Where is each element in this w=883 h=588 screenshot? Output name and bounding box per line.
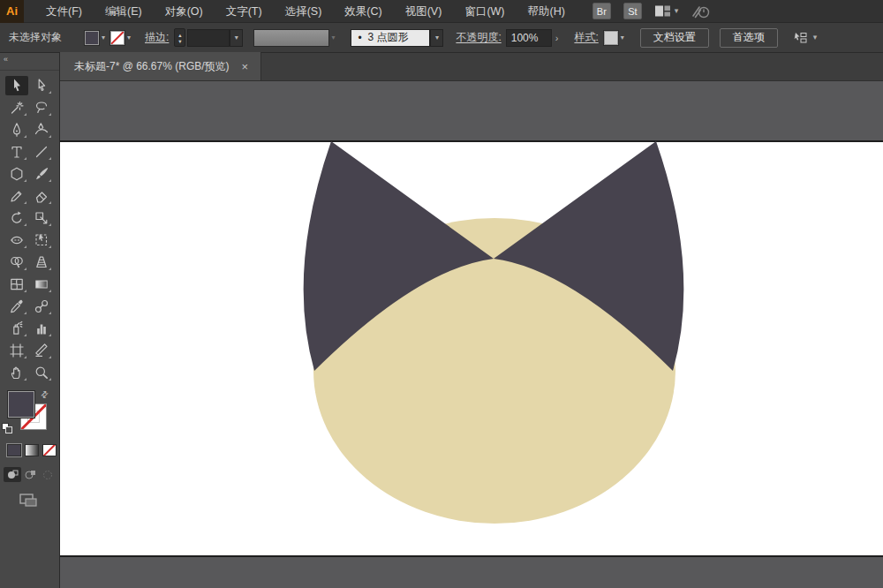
change-screen-mode-button[interactable] xyxy=(18,492,41,513)
close-icon[interactable]: × xyxy=(242,61,249,72)
bridge-button[interactable]: Br xyxy=(592,3,611,19)
type-icon xyxy=(9,144,25,160)
tool-type[interactable] xyxy=(5,142,28,162)
tool-direct-selection[interactable] xyxy=(30,76,53,95)
menu-item-object[interactable]: 对象(O) xyxy=(154,0,215,23)
illustrator-logo[interactable]: Ai xyxy=(0,0,24,23)
stroke-color-swatch[interactable] xyxy=(110,31,125,45)
stroke-weight-input[interactable] xyxy=(187,29,230,47)
canvas-area[interactable] xyxy=(60,81,883,588)
tool-gradient[interactable] xyxy=(30,275,53,294)
stroke-weight-stepper[interactable]: ▴ ▾ xyxy=(174,28,185,47)
stroke-panel-link[interactable]: 描边: xyxy=(145,30,169,45)
tool-perspective-grid[interactable] xyxy=(30,253,53,272)
mesh-icon xyxy=(9,276,25,292)
width-icon xyxy=(9,232,25,248)
menu-item-type[interactable]: 文字(T) xyxy=(215,0,274,23)
screen-mode-icon xyxy=(18,492,41,509)
swap-fill-stroke-icon[interactable]: ⇄ xyxy=(38,388,50,401)
draw-normal-button[interactable] xyxy=(4,467,21,482)
workspace-switcher[interactable]: ▾ xyxy=(654,4,679,18)
color-controls: ⇄ xyxy=(0,389,59,588)
tool-shape-builder[interactable] xyxy=(5,253,28,272)
tool-artboard[interactable] xyxy=(5,341,28,360)
collapse-panel-button[interactable]: « xyxy=(4,55,8,64)
tool-curvature[interactable] xyxy=(30,120,53,139)
menu-item-view[interactable]: 视图(V) xyxy=(394,0,454,23)
document-tab[interactable]: 未标题-7* @ 66.67% (RGB/预览) × xyxy=(60,52,261,80)
tool-paintbrush[interactable] xyxy=(30,164,53,184)
artwork-svg xyxy=(60,81,883,588)
tool-width[interactable] xyxy=(5,230,28,250)
stepper-down-icon[interactable]: ▾ xyxy=(178,38,181,44)
opacity-expand-arrow[interactable]: › xyxy=(555,33,559,43)
tool-line-segment[interactable] xyxy=(30,142,53,162)
stepper-up-icon[interactable]: ▴ xyxy=(178,32,181,38)
preferences-button[interactable]: 首选项 xyxy=(720,28,778,48)
tool-mesh[interactable] xyxy=(5,275,28,294)
stock-button[interactable]: St xyxy=(623,3,642,19)
share-sync-icon[interactable] xyxy=(691,4,710,19)
direct-selection-icon xyxy=(34,78,49,94)
tool-blend[interactable] xyxy=(30,297,53,316)
tool-eraser[interactable] xyxy=(30,186,53,206)
hand-icon xyxy=(9,365,25,381)
select-similar-icon xyxy=(790,31,810,45)
chevron-down-icon[interactable]: ▾ xyxy=(621,34,624,41)
tool-eyedropper[interactable] xyxy=(5,297,28,316)
gradient-button[interactable] xyxy=(25,444,39,456)
menu-item-effect[interactable]: 效果(C) xyxy=(333,0,393,23)
chevron-down-icon[interactable]: ▾ xyxy=(127,34,131,41)
menu-item-window[interactable]: 窗口(W) xyxy=(453,0,516,23)
width-profile-dropdown[interactable] xyxy=(253,29,329,47)
tool-grid xyxy=(0,76,59,382)
magic-wand-icon xyxy=(9,100,25,116)
tool-symbol-sprayer[interactable] xyxy=(5,319,28,338)
gradient-icon xyxy=(34,276,49,292)
scale-icon xyxy=(34,210,49,226)
chevron-down-icon: ▾ xyxy=(331,34,335,41)
tool-graph[interactable] xyxy=(30,319,53,338)
default-fill-stroke-icon[interactable] xyxy=(2,423,12,433)
panel-grip[interactable] xyxy=(0,65,59,71)
graph-icon xyxy=(34,320,49,336)
color-button[interactable] xyxy=(7,444,21,456)
tool-pencil[interactable] xyxy=(5,186,28,206)
perspective-grid-icon xyxy=(34,254,49,270)
tool-magic-wand[interactable] xyxy=(5,98,28,117)
tool-selection[interactable] xyxy=(5,76,28,95)
tool-pen[interactable] xyxy=(5,120,28,139)
tool-rotate[interactable] xyxy=(5,208,28,228)
tool-zoom[interactable] xyxy=(30,363,53,382)
brush-definition-dropdown[interactable]: ▾ xyxy=(430,29,443,47)
style-swatch[interactable] xyxy=(604,31,618,45)
control-bar: 未选择对象 ▾ ▾ 描边: ▴ ▾ ▾ ▾ • 3 点圆形 ▾ 不透明度: 10… xyxy=(0,23,883,53)
opacity-input[interactable]: 100% xyxy=(506,29,552,47)
draw-inside-button[interactable] xyxy=(39,467,57,482)
menu-item-select[interactable]: 选择(S) xyxy=(274,0,334,23)
tool-lasso[interactable] xyxy=(30,98,53,117)
tool-scale[interactable] xyxy=(30,208,53,228)
menu-item-file[interactable]: 文件(F) xyxy=(34,0,94,23)
style-panel-link[interactable]: 样式: xyxy=(574,30,598,45)
stroke-weight-dropdown[interactable]: ▾ xyxy=(230,29,243,47)
none-button[interactable] xyxy=(42,444,57,456)
tool-slice[interactable] xyxy=(30,341,53,360)
document-tab-title: 未标题-7* @ 66.67% (RGB/预览) xyxy=(74,59,230,74)
tool-shape[interactable] xyxy=(5,164,28,184)
tool-free-transform[interactable] xyxy=(30,230,53,250)
brush-definition-field[interactable]: • 3 点圆形 xyxy=(351,29,430,47)
document-tab-bar: 未标题-7* @ 66.67% (RGB/预览) × xyxy=(60,53,883,81)
fill-swatch-large[interactable] xyxy=(8,391,34,418)
artboard-icon xyxy=(9,343,25,358)
tool-hand[interactable] xyxy=(5,363,28,382)
document-setup-button[interactable]: 文档设置 xyxy=(640,28,709,48)
menu-item-edit[interactable]: 编辑(E) xyxy=(94,0,154,23)
chevron-down-icon[interactable]: ▾ xyxy=(102,34,105,41)
brush-name: 3 点圆形 xyxy=(368,30,409,45)
opacity-panel-link[interactable]: 不透明度: xyxy=(456,30,501,45)
draw-behind-button[interactable] xyxy=(21,467,39,482)
fill-color-swatch[interactable] xyxy=(85,31,99,45)
menu-item-help[interactable]: 帮助(H) xyxy=(517,0,577,23)
select-similar-control[interactable]: ▾ xyxy=(790,31,818,45)
